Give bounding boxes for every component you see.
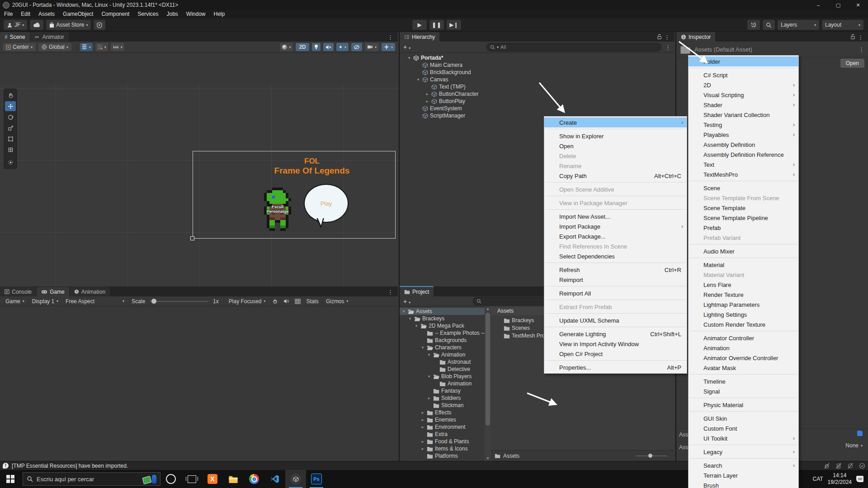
project-folder-fantasy[interactable]: Fantasy bbox=[400, 387, 485, 394]
cache-muted-icon[interactable] bbox=[835, 463, 842, 469]
menu-item-scene-template[interactable]: Scene Template bbox=[689, 203, 798, 213]
scale-tool-button[interactable] bbox=[5, 123, 16, 133]
hierarchy-menu-icon[interactable]: ⋮ bbox=[664, 34, 670, 41]
menu-help[interactable]: Help bbox=[210, 11, 229, 17]
tab-console[interactable]: Console bbox=[0, 287, 36, 296]
cloud-button[interactable] bbox=[30, 20, 43, 30]
camera-dropdown[interactable]: ▾ bbox=[365, 43, 379, 51]
menu-item-testing[interactable]: Testing› bbox=[689, 120, 798, 130]
menu-file[interactable]: File bbox=[0, 11, 17, 17]
step-button[interactable]: ▶❙ bbox=[447, 20, 461, 30]
custom-tool-button[interactable] bbox=[5, 157, 16, 167]
menu-item-show-in-explorer[interactable]: Show in Explorer bbox=[544, 131, 687, 141]
menu-item-textmeshpro[interactable]: TextMeshPro› bbox=[689, 169, 798, 179]
tab-scene[interactable]: #Scene bbox=[0, 32, 30, 42]
menu-item-animator-controller[interactable]: Animator Controller bbox=[689, 333, 798, 343]
2d-toggle[interactable]: 2D bbox=[296, 43, 309, 51]
play-focused-dropdown[interactable]: Play Focused▾ bbox=[225, 298, 269, 305]
unit-snap-dropdown[interactable]: ▾ bbox=[111, 43, 124, 51]
menu-item-open[interactable]: Open bbox=[544, 141, 687, 151]
icon-size-slider[interactable] bbox=[636, 455, 667, 456]
project-folder-characters[interactable]: ▾Characters bbox=[400, 344, 485, 351]
increment-snap-toggle[interactable]: ▾ bbox=[95, 43, 108, 51]
menu-item-properties-[interactable]: Properties...Alt+P bbox=[544, 362, 687, 372]
hierarchy-item-text-tmp-[interactable]: Text (TMP) bbox=[425, 84, 466, 90]
inspector-header-menu-icon[interactable]: ⋮ bbox=[859, 46, 864, 53]
menu-services[interactable]: Services bbox=[133, 11, 162, 17]
rect-tool-handle[interactable] bbox=[190, 236, 194, 240]
menu-item-assembly-definition[interactable]: Assembly Definition bbox=[689, 140, 798, 150]
menu-item-scene[interactable]: Scene bbox=[689, 183, 798, 193]
project-folder-animation[interactable]: ▾Animation bbox=[400, 351, 485, 358]
hierarchy-item-eventsystem[interactable]: EventSystem bbox=[416, 105, 462, 112]
menu-item-lighting-settings[interactable]: Lighting Settings bbox=[689, 310, 798, 319]
refresh-muted-icon[interactable] bbox=[847, 463, 854, 469]
menu-item-copy-path[interactable]: Copy PathAlt+Ctrl+C bbox=[544, 171, 687, 181]
asset-item-brackeys[interactable]: Brackeys bbox=[504, 317, 534, 324]
layers-dropdown[interactable]: Layers▾ bbox=[778, 20, 819, 30]
gizmos-dropdown[interactable]: Gizmos▾ bbox=[322, 298, 352, 305]
taskbar-app-cortana[interactable] bbox=[160, 470, 181, 488]
effects-dropdown[interactable]: ✦▾ bbox=[336, 43, 349, 51]
asset-item-scenes[interactable]: Scenes bbox=[504, 325, 530, 331]
minimize-button[interactable]: – bbox=[808, 0, 828, 10]
menu-item-refresh[interactable]: RefreshCtrl+R bbox=[544, 265, 687, 275]
menu-item-prefab[interactable]: Prefab bbox=[689, 223, 798, 233]
maximize-button[interactable]: ▢ bbox=[828, 0, 848, 10]
taskbar-app-chrome[interactable] bbox=[244, 470, 264, 488]
menu-item-signal[interactable]: Signal bbox=[689, 386, 798, 396]
project-add-button[interactable]: + ▾ bbox=[403, 298, 410, 305]
menu-item-playables[interactable]: Playables› bbox=[689, 130, 798, 140]
display-target-dropdown[interactable]: Display 1▾ bbox=[28, 298, 62, 305]
menu-gameobject[interactable]: GameObject bbox=[59, 11, 97, 17]
hierarchy-search-input[interactable]: ▾All bbox=[486, 43, 661, 52]
menu-item-select-dependencies[interactable]: Select Dependencies bbox=[544, 251, 687, 261]
hierarchy-item-buttonplay[interactable]: ▸ButtonPlay bbox=[425, 98, 465, 104]
taskbar-app-vscode[interactable] bbox=[264, 470, 285, 488]
menu-item-animation[interactable]: Animation bbox=[689, 343, 798, 353]
menu-component[interactable]: Component bbox=[97, 11, 133, 17]
hierarchy-item-scriptmanager[interactable]: ScriptManager bbox=[416, 113, 465, 119]
project-folder-backgrounds[interactable]: Backgrounds bbox=[400, 337, 485, 344]
menu-item-shader[interactable]: Shader› bbox=[689, 100, 798, 110]
tab-project[interactable]: Project bbox=[400, 286, 434, 296]
aspect-ratio-dropdown[interactable]: Free Aspect▾ bbox=[62, 298, 128, 305]
audio-mute-toggle[interactable] bbox=[323, 43, 334, 51]
hierarchy-item-canvas[interactable]: ▾Canvas bbox=[416, 76, 448, 83]
menu-item-physic-material[interactable]: Physic Material bbox=[689, 400, 798, 410]
inspector-lock-icon[interactable] bbox=[850, 34, 855, 39]
menu-item-import-new-asset-[interactable]: Import New Asset... bbox=[544, 211, 687, 221]
menu-item-update-uxml-schema[interactable]: Update UXML Schema bbox=[544, 315, 687, 325]
project-folder-enemies[interactable]: ▸Enemies bbox=[400, 416, 485, 423]
menu-item-lightmap-parameters[interactable]: Lightmap Parameters bbox=[689, 300, 798, 310]
menu-item-reimport-all[interactable]: Reimport All bbox=[544, 288, 687, 298]
scale-slider[interactable] bbox=[150, 301, 208, 302]
menu-item-visual-scripting[interactable]: Visual Scripting› bbox=[689, 90, 798, 100]
asset-item-textmesh-pro[interactable]: TextMesh Pro bbox=[504, 333, 545, 339]
menu-item-scene-template-pipeline[interactable]: Scene Template Pipeline bbox=[689, 213, 798, 223]
project-tree-scrollbar[interactable]: ▲ ▼ bbox=[485, 306, 491, 461]
pivot-mode-dropdown[interactable]: Center▾ bbox=[3, 43, 36, 51]
layout-dropdown[interactable]: Layout▾ bbox=[822, 20, 863, 30]
menu-item-create[interactable]: Create› bbox=[544, 117, 687, 127]
rotate-tool-button[interactable] bbox=[5, 112, 16, 122]
visibility-toggle[interactable] bbox=[351, 43, 362, 51]
menu-item-view-in-import-activity-window[interactable]: View in Import Activity Window bbox=[544, 339, 687, 349]
hierarchy-item-brickbackground[interactable]: BrickBackground bbox=[416, 69, 471, 75]
hierarchy-item-main-camera[interactable]: Main Camera bbox=[416, 62, 462, 68]
menu-item-legacy[interactable]: Legacy› bbox=[689, 447, 798, 457]
shading-mode-dropdown[interactable]: ▾ bbox=[280, 43, 293, 51]
menu-item-ui-toolkit[interactable]: UI Toolkit› bbox=[689, 433, 798, 443]
scene-panel-menu-icon[interactable]: ⋮ bbox=[387, 34, 393, 41]
orientation-dropdown[interactable]: Global▾ bbox=[38, 43, 71, 51]
menu-item-material[interactable]: Material bbox=[689, 260, 798, 270]
project-folder-food-plants[interactable]: ▸Food & Plants bbox=[400, 438, 485, 445]
menu-item-shader-variant-collection[interactable]: Shader Variant Collection bbox=[689, 110, 798, 120]
game-display-mode-dropdown[interactable]: Game▾ bbox=[2, 298, 28, 305]
hierarchy-toolbar-menu-icon[interactable]: ⋮ bbox=[665, 44, 671, 51]
menu-item-export-package-[interactable]: Export Package... bbox=[544, 231, 687, 241]
tab-hierarchy[interactable]: Hierarchy bbox=[400, 32, 439, 42]
taskbar-app-unity[interactable] bbox=[285, 470, 306, 488]
game-audio-icon[interactable] bbox=[281, 299, 292, 304]
play-speech-bubble[interactable]: Play bbox=[304, 184, 349, 223]
